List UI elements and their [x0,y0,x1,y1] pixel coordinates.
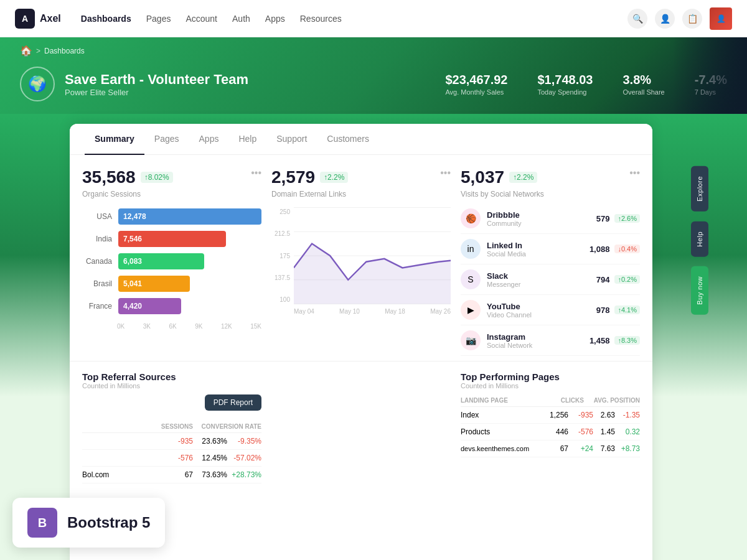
social-slack: S Slack Messenger 794 ↑0.2% [461,264,640,295]
settings-button[interactable]: 📋 [682,9,702,29]
referral-conv-1: 12.45% [193,454,227,462]
home-icon: 🏠 [20,45,32,57]
tab-customers[interactable]: Customers [317,124,379,155]
referral-pdf-btn[interactable]: PDF Report [205,394,261,411]
referral-section: Top Referral Sources Counted in Millions… [82,371,261,483]
hero-title: Save Earth - Volunteer Team [65,72,248,88]
bar-france: 4,420 [118,298,181,314]
nav-resources[interactable]: Resources [300,14,342,24]
instagram-count: 1,458 [590,336,610,345]
search-button[interactable]: 🔍 [627,9,647,29]
bootstrap-icon: B [27,508,57,538]
referral-convd-2: +28.73% [227,470,261,479]
country-canada: Canada [82,257,112,266]
linkedin-sub: Social Media [487,250,526,258]
metric-domain-links: 2,579 ↑2.2% ••• Domain External Links 25… [271,167,451,356]
stat-overall-share: 3.8% Overall Share [622,73,664,96]
tab-summary[interactable]: Summary [85,124,144,155]
brand[interactable]: A Axel [15,9,61,29]
hero-info: Save Earth - Volunteer Team Power Elite … [65,72,248,97]
instagram-name: Instagram [487,332,532,342]
metric-badge-2: ↑2.2% [509,172,537,183]
col-source [82,423,149,430]
metric-value-2: 5,037 [461,167,504,187]
nav-account[interactable]: Account [186,14,217,24]
col-page-header: LANDING PAGE [461,397,534,404]
country-france: France [82,302,112,310]
line-chart: 250 212.5 175 137.5 100 [271,206,451,315]
slack-count: 794 [596,275,610,284]
pages-section: Top Performing Pages Counted in Millions… [461,371,640,483]
page-pos-delta-0: -1.35 [615,411,640,419]
user-avatar[interactable]: 👤 [710,7,732,30]
youtube-count: 978 [596,306,610,315]
nav-apps[interactable]: Apps [265,14,285,24]
stat-value-3: -7.4% [695,73,727,87]
linkedin-badge: ↓0.4% [614,245,640,253]
linkedin-icon: in [461,239,481,259]
bar-row-india: India 7,546 [82,231,261,247]
page-clicks-0: 1,256 [543,411,568,419]
metric-badge-1: ↑2.2% [320,172,348,183]
help-btn[interactable]: Help [691,222,708,257]
stat-today-spending: $1,748.03 Today Spending [538,73,593,96]
pages-row-0: Index 1,256 -935 2.63 -1.35 [461,407,640,424]
tab-pages[interactable]: Pages [144,124,189,155]
breadcrumb-sep: > [36,47,40,55]
referral-sessions-0: -935 [149,437,193,446]
dribbble-count: 579 [596,214,610,223]
dribbble-badge: ↑2.6% [614,214,640,223]
metric-label-1: Domain External Links [271,190,451,198]
breadcrumb-current: Dashboards [44,47,85,55]
social-linkedin: in Linked In Social Media 1,088 ↓0.4% [461,234,640,264]
tab-support[interactable]: Support [266,124,317,155]
buy-now-btn[interactable]: Buy now [691,266,708,315]
page-pos-0: 2.63 [593,411,615,419]
page-clicks-delta-1: -576 [568,427,593,436]
nav-links: Dashboards Pages Account Auth Apps Resou… [81,14,342,24]
hero-logo: 🌍 [20,67,55,101]
youtube-sub: Video Channel [487,311,532,319]
metric-options-1[interactable]: ••• [440,167,451,179]
notifications-button[interactable]: 👤 [655,9,675,29]
y-175: 175 [271,253,290,259]
bar-row-canada: Canada 6,083 [82,253,261,269]
bootstrap-text: Bootstrap 5 [67,514,150,531]
linkedin-count: 1,088 [590,245,610,254]
axis-15k: 15K [250,323,261,330]
hero-stats: $23,467.92 Avg. Monthly Sales $1,748.03 … [445,73,727,96]
y-2125: 212.5 [271,230,290,237]
nav-pages[interactable]: Pages [146,14,171,24]
col-sessions-header: SESSIONS [149,423,193,430]
slack-sub: Messenger [487,281,520,288]
page-pos-delta-2: +8.73 [615,444,640,453]
social-youtube: ▶ YouTube Video Channel 978 ↑4.1% [461,295,640,325]
y-1375: 137.5 [271,274,290,281]
nav-dashboards[interactable]: Dashboards [81,14,131,24]
bar-row-brasil: Brasil 5,041 [82,276,261,292]
line-chart-svg [294,206,451,306]
pages-title: Top Performing Pages [461,371,640,382]
col-pos-header: AVG. POSITION [584,397,640,404]
country-brasil: Brasil [82,279,112,288]
chart-y-labels: 250 212.5 175 137.5 100 [271,206,294,306]
explore-btn[interactable]: Explore [691,166,708,212]
youtube-info: YouTube Video Channel [487,302,532,319]
bar-usa: 12,478 [118,208,261,225]
metric-options-0[interactable]: ••• [251,167,261,179]
dribbble-info: Dribbble Community [487,210,522,227]
page-name-2: devs.keenthemes.com [461,445,543,452]
bootstrap-watermark: B Bootstrap 5 [12,498,165,548]
referral-row-0: -935 23.63% -9.35% [82,433,261,450]
tab-apps[interactable]: Apps [189,124,229,155]
slack-name: Slack [487,271,520,281]
metric-options-2[interactable]: ••• [629,167,640,179]
axis-12k: 12K [221,323,232,330]
nav-auth[interactable]: Auth [232,14,250,24]
linkedin-name: Linked In [487,241,526,250]
tab-help[interactable]: Help [228,124,266,155]
bar-brasil: 5,041 [118,276,190,292]
hero-section: 🏠 > Dashboards 🌍 Save Earth - Volunteer … [0,37,747,114]
pages-header: LANDING PAGE CLICKS AVG. POSITION [461,394,640,407]
hero-content: 🌍 Save Earth - Volunteer Team Power Elit… [20,67,727,101]
